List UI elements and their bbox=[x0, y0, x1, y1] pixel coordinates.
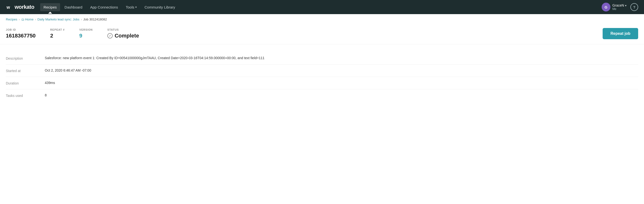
version-group: VERSION 9 bbox=[79, 28, 93, 39]
repeat-job-button[interactable]: Repeat job bbox=[602, 28, 638, 39]
user-name: GraceN ▾ bbox=[612, 4, 626, 7]
status-check-icon: ✓ bbox=[107, 33, 113, 38]
breadcrumb-recipes[interactable]: Recipes bbox=[6, 18, 17, 21]
avatar: G bbox=[602, 3, 610, 12]
job-id-group: JOB ID 1618367750 bbox=[6, 28, 36, 39]
repeat-value: 2 bbox=[50, 32, 64, 39]
nav-item-tools[interactable]: Tools ▾ bbox=[122, 3, 140, 11]
tasks-used-row: Tasks used 8 bbox=[6, 89, 638, 102]
breadcrumb-sep-3: › bbox=[81, 18, 82, 21]
logo-text: workato bbox=[14, 4, 34, 10]
job-meta: JOB ID 1618367750 REPEAT # 2 VERSION 9 S… bbox=[6, 28, 602, 39]
user-chevron-icon: ▾ bbox=[625, 4, 626, 7]
folder-icon: 🗂 bbox=[21, 18, 24, 21]
nav-item-dashboard[interactable]: Dashboard bbox=[61, 3, 86, 11]
breadcrumb-jobs[interactable]: Daily Marketo lead sync: Jobs bbox=[38, 18, 80, 21]
user-name-wrap: GraceN ▾ Me bbox=[612, 4, 626, 11]
nav-item-community-library[interactable]: Community Library bbox=[141, 3, 179, 11]
description-row: Description Salesforce: new platform eve… bbox=[6, 52, 638, 64]
repeat-group: REPEAT # 2 bbox=[50, 28, 64, 39]
started-at-value: Oct 2, 2020 6:46:47 AM -07:00 bbox=[45, 68, 638, 72]
repeat-label: REPEAT # bbox=[50, 28, 64, 31]
user-menu[interactable]: G GraceN ▾ Me bbox=[602, 3, 626, 12]
job-id-label: JOB ID bbox=[6, 28, 36, 31]
version-value: 9 bbox=[79, 32, 93, 39]
job-details: Description Salesforce: new platform eve… bbox=[0, 44, 644, 109]
status-label: STATUS bbox=[107, 28, 139, 31]
breadcrumb-home[interactable]: 🗂Home bbox=[21, 18, 34, 21]
tasks-used-label: Tasks used bbox=[6, 93, 35, 98]
started-at-row: Started at Oct 2, 2020 6:46:47 AM -07:00 bbox=[6, 64, 638, 77]
nav-item-recipes[interactable]: Recipes bbox=[40, 3, 60, 11]
duration-value: 439ms bbox=[45, 81, 638, 85]
duration-row: Duration 439ms bbox=[6, 77, 638, 89]
logo[interactable]: w workato bbox=[6, 4, 34, 11]
started-at-label: Started at bbox=[6, 68, 35, 73]
nav-right: G GraceN ▾ Me ? bbox=[602, 3, 638, 12]
version-label: VERSION bbox=[79, 28, 93, 31]
user-role: Me bbox=[612, 7, 616, 11]
navbar: w workato Recipes Dashboard App Connecti… bbox=[0, 0, 644, 14]
status-value: ✓ Complete bbox=[107, 32, 139, 39]
job-header: JOB ID 1618367750 REPEAT # 2 VERSION 9 S… bbox=[0, 21, 644, 44]
breadcrumb-sep-2: › bbox=[35, 18, 36, 21]
chevron-down-icon: ▾ bbox=[135, 6, 137, 9]
status-group: STATUS ✓ Complete bbox=[107, 28, 139, 39]
description-label: Description bbox=[6, 56, 35, 60]
tasks-used-value: 8 bbox=[45, 93, 638, 97]
nav-item-app-connections[interactable]: App Connections bbox=[87, 3, 121, 11]
workato-logo-icon: w bbox=[6, 4, 13, 11]
help-button[interactable]: ? bbox=[630, 3, 638, 11]
description-value: Salesforce: new platform event 1: Create… bbox=[45, 56, 638, 60]
nav-links: Recipes Dashboard App Connections Tools … bbox=[40, 3, 600, 11]
breadcrumb-sep-1: › bbox=[19, 18, 20, 21]
breadcrumb-current: Job 3012418082 bbox=[83, 18, 107, 21]
svg-text:w: w bbox=[6, 5, 10, 10]
duration-label: Duration bbox=[6, 81, 35, 85]
breadcrumb: Recipes › 🗂Home › Daily Marketo lead syn… bbox=[0, 14, 644, 21]
job-id-value: 1618367750 bbox=[6, 32, 36, 39]
